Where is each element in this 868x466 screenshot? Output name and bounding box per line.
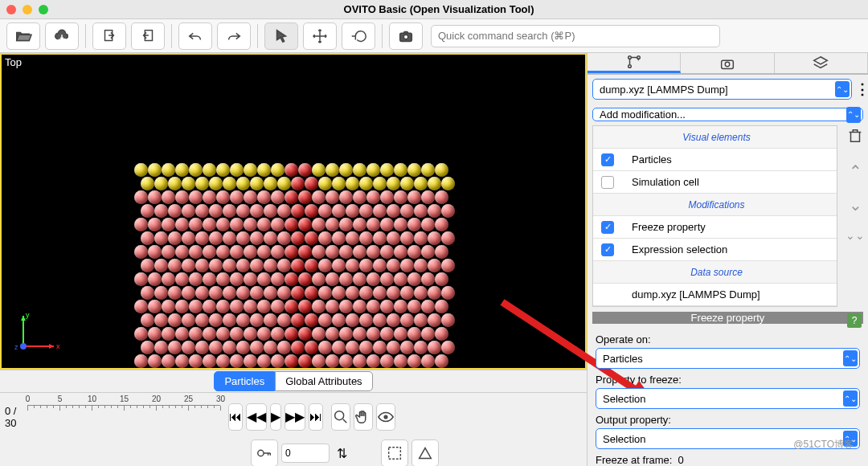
- source-dropdown[interactable]: dump.xyz [LAMMPS Dump] ⌃⌄: [592, 79, 852, 100]
- playback-bar: 0 / 30 051015202530 ⏮ ◀◀ ▶ ▶▶ ⏭: [0, 392, 587, 440]
- pipeline-item[interactable]: ✓ Freeze property: [593, 216, 837, 239]
- viewport-label: Top: [5, 56, 22, 68]
- magnifier-icon: [332, 408, 350, 426]
- checkbox[interactable]: [601, 176, 614, 189]
- goto-last-button[interactable]: ⏭: [309, 403, 323, 431]
- move-icon: [311, 27, 329, 45]
- axis-gizmo: x y z: [14, 308, 62, 356]
- pipeline-item[interactable]: ✓ Particles: [593, 149, 837, 171]
- property-to-freeze-label: Property to freeze:: [596, 374, 860, 386]
- command-search-input[interactable]: [431, 25, 720, 47]
- redo-button[interactable]: [217, 22, 251, 50]
- snapshot-button[interactable]: [389, 22, 423, 50]
- operate-on-dropdown[interactable]: Particles ⌃⌄: [596, 348, 860, 369]
- svg-point-10: [20, 343, 27, 350]
- cloud-download-icon: [53, 27, 71, 45]
- tab-render[interactable]: [681, 53, 774, 73]
- svg-text:z: z: [14, 343, 18, 351]
- svg-point-14: [384, 415, 387, 419]
- share-button[interactable]: [411, 439, 439, 466]
- pipeline-item-label: Particles: [632, 153, 672, 166]
- property-panel-header: Freeze property ?: [592, 312, 863, 324]
- frame-ruler[interactable]: 051015202530: [27, 405, 220, 429]
- add-modification-dropdown[interactable]: Add modification... ⌃⌄: [592, 108, 863, 121]
- tab-layers[interactable]: [775, 53, 868, 73]
- particle-display: [134, 163, 456, 370]
- step-back-button[interactable]: ◀◀: [246, 403, 267, 431]
- main-toolbar: [0, 19, 868, 53]
- move-tool-button[interactable]: [303, 22, 337, 50]
- key-button[interactable]: [251, 439, 278, 466]
- section-modifications: Modifications: [593, 194, 837, 216]
- move-up-icon[interactable]: ⌃: [849, 161, 862, 181]
- download-button[interactable]: [45, 22, 79, 50]
- svg-text:x: x: [56, 342, 60, 350]
- step-forward-button[interactable]: ▶▶: [285, 403, 305, 431]
- triangle-icon: [416, 444, 434, 462]
- pan-button[interactable]: [354, 403, 373, 431]
- checkbox[interactable]: ✓: [601, 153, 614, 166]
- file-export-icon: [100, 27, 118, 45]
- chevron-updown-icon: ⌃⌄: [843, 350, 858, 366]
- freeze-frame-row: Freeze at frame: 0: [596, 454, 860, 466]
- tab-global-attributes[interactable]: Global Attributes: [275, 371, 372, 391]
- svg-point-21: [725, 62, 730, 67]
- rotate-tool-button[interactable]: [342, 22, 375, 50]
- property-to-freeze-dropdown[interactable]: Selection ⌃⌄: [596, 388, 860, 409]
- pipeline-item-label: dump.xyz [LAMMPS Dump]: [632, 288, 760, 300]
- pointer-icon: [272, 27, 290, 45]
- goto-first-button[interactable]: ⏮: [228, 403, 243, 431]
- current-frame-input[interactable]: [281, 444, 330, 463]
- import-button[interactable]: [131, 22, 165, 50]
- undo-icon: [186, 27, 204, 45]
- side-panel: dump.xyz [LAMMPS Dump] ⌃⌄ ⋮ Add modifica…: [587, 53, 868, 466]
- zoom-window-icon[interactable]: [39, 5, 48, 14]
- source-menu-button[interactable]: ⋮: [857, 80, 868, 98]
- svg-point-15: [258, 450, 264, 456]
- pointer-tool-button[interactable]: [264, 22, 298, 50]
- frame-indicator: 0 / 30: [5, 405, 16, 429]
- svg-point-13: [334, 411, 343, 419]
- layers-icon: [812, 55, 829, 72]
- watermark: @51CTO博客: [793, 438, 854, 452]
- checkbox[interactable]: ✓: [601, 243, 614, 256]
- hand-icon: [354, 408, 372, 426]
- pipeline-item[interactable]: dump.xyz [LAMMPS Dump]: [593, 284, 837, 306]
- redo-icon: [225, 27, 243, 45]
- chevron-updown-icon: ⌃⌄: [835, 81, 850, 97]
- tab-pipeline[interactable]: [588, 53, 681, 73]
- pipeline-item[interactable]: Simulation cell: [593, 171, 837, 194]
- folder-open-icon: [14, 27, 32, 45]
- svg-text:y: y: [26, 311, 30, 319]
- selection-box-icon: [386, 444, 403, 462]
- tab-particles[interactable]: Particles: [214, 371, 275, 391]
- minimize-window-icon[interactable]: [23, 5, 32, 14]
- export-button[interactable]: [92, 22, 126, 50]
- pipeline-item-label: Simulation cell: [632, 176, 699, 188]
- move-down-icon[interactable]: ⌄: [849, 195, 862, 215]
- checkbox[interactable]: ✓: [601, 221, 614, 234]
- undo-button[interactable]: [178, 22, 212, 50]
- trash-icon[interactable]: [846, 127, 864, 147]
- open-file-button[interactable]: [6, 22, 40, 50]
- viewport-area: Top x y z Particles Global Attributes 0 …: [0, 53, 587, 466]
- collapse-icon[interactable]: ⌄⌄: [845, 229, 865, 242]
- pipeline-item[interactable]: ✓ Expression selection: [593, 239, 837, 261]
- pipeline-item-label: Expression selection: [632, 243, 727, 255]
- operate-on-label: Operate on:: [596, 333, 860, 345]
- section-data-source: Data source: [593, 261, 837, 284]
- help-button[interactable]: ?: [847, 313, 862, 328]
- zoom-fit-button[interactable]: [331, 403, 350, 431]
- viewport-tabs: Particles Global Attributes: [0, 370, 587, 392]
- region-select-button[interactable]: [381, 439, 408, 466]
- pipeline-list: Visual elements ✓ Particles Simulation c…: [592, 125, 837, 307]
- view-button[interactable]: [376, 403, 395, 431]
- svg-marker-5: [49, 344, 54, 349]
- close-window-icon[interactable]: [6, 5, 16, 14]
- camera-icon: [397, 27, 415, 45]
- play-button[interactable]: ▶: [270, 403, 281, 431]
- rotate-icon: [350, 27, 367, 45]
- frame-stepper[interactable]: ⇅: [333, 439, 350, 466]
- panel-tabs: [588, 53, 868, 75]
- viewport[interactable]: Top x y z: [0, 53, 587, 370]
